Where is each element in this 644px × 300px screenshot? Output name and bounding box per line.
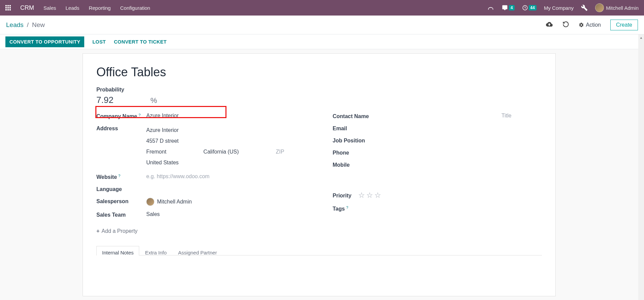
create-button[interactable]: Create bbox=[610, 20, 638, 30]
user-avatar-icon bbox=[595, 3, 604, 12]
activities-badge: 44 bbox=[529, 5, 536, 10]
gear-icon bbox=[579, 22, 584, 28]
form-col-right: Contact Name Title Email Job Position Ph… bbox=[333, 110, 542, 234]
help-icon[interactable]: ? bbox=[118, 174, 120, 178]
vertical-scrollbar[interactable]: ▲ bbox=[638, 34, 644, 300]
messages-badge: 4 bbox=[509, 5, 515, 10]
breadcrumb-sep: / bbox=[27, 21, 29, 29]
row-tags: Tags ? bbox=[333, 202, 542, 215]
nav-configuration[interactable]: Configuration bbox=[120, 5, 150, 11]
label-website: Website ? bbox=[96, 173, 146, 180]
row-salesteam: Sales Team Sales bbox=[96, 209, 306, 221]
value-title[interactable]: Title bbox=[501, 113, 542, 119]
row-contact-name: Contact Name Title bbox=[333, 110, 542, 122]
tab-extra-info[interactable]: Extra Info bbox=[139, 246, 172, 255]
row-phone: Phone bbox=[333, 146, 542, 159]
form-col-left: Company Name ? Azure Interior Address Az… bbox=[96, 110, 306, 234]
form-grid: Company Name ? Azure Interior Address Az… bbox=[96, 110, 542, 234]
tab-assigned-partner[interactable]: Assigned Partner bbox=[173, 246, 223, 255]
star-icon[interactable]: ☆ bbox=[358, 191, 365, 200]
address-line1[interactable]: Azure Interior bbox=[146, 125, 306, 136]
nav-leads[interactable]: Leads bbox=[66, 5, 80, 11]
navbar-left: CRM Sales Leads Reporting Configuration bbox=[5, 4, 150, 11]
label-salesperson: Salesperson bbox=[96, 198, 146, 204]
nav-sales[interactable]: Sales bbox=[43, 5, 56, 11]
address-zip[interactable]: ZIP bbox=[276, 149, 284, 155]
app-brand[interactable]: CRM bbox=[20, 4, 34, 11]
cloud-save-icon[interactable] bbox=[546, 21, 553, 29]
action-menu[interactable]: Action bbox=[579, 22, 601, 28]
address-country[interactable]: United States bbox=[146, 157, 306, 168]
label-language: Language bbox=[96, 186, 146, 192]
value-website[interactable]: e.g. https://www.odoo.com bbox=[146, 173, 306, 180]
phone-icon[interactable] bbox=[487, 5, 494, 11]
value-address: Azure Interior 4557 D street Fremont Cal… bbox=[146, 125, 306, 168]
row-salesperson: Salesperson Mitchell Admin bbox=[96, 195, 306, 209]
status-bar: CONVERT TO OPPORTUNITY LOST CONVERT TO T… bbox=[0, 34, 644, 49]
record-title[interactable]: Office Tables bbox=[96, 65, 542, 79]
apps-icon[interactable] bbox=[5, 5, 11, 10]
form-content: Office Tables Probability 7.92 % Company… bbox=[0, 49, 638, 300]
navbar-right: 4 44 My Company Mitchell Admin bbox=[487, 3, 639, 12]
row-priority: Priority ☆ ☆ ☆ bbox=[333, 188, 542, 202]
convert-to-ticket-button[interactable]: CONVERT TO TICKET bbox=[114, 39, 166, 45]
probability-label: Probability bbox=[96, 87, 542, 93]
nav-reporting[interactable]: Reporting bbox=[89, 5, 111, 11]
debug-icon[interactable] bbox=[581, 4, 588, 11]
address-city[interactable]: Fremont bbox=[146, 149, 166, 155]
label-salesteam: Sales Team bbox=[96, 211, 146, 218]
address-city-row: Fremont California (US) ZIP bbox=[146, 146, 306, 157]
label-address: Address bbox=[96, 125, 146, 132]
value-salesperson[interactable]: Mitchell Admin bbox=[146, 198, 306, 206]
label-job-position: Job Position bbox=[333, 137, 397, 144]
label-email: Email bbox=[333, 125, 397, 132]
control-bar: Leads / New Action Create bbox=[0, 16, 644, 34]
form-sheet: Office Tables Probability 7.92 % Company… bbox=[83, 53, 556, 296]
star-icon[interactable]: ☆ bbox=[374, 191, 381, 200]
probability-row: 7.92 % bbox=[96, 95, 542, 105]
salesperson-name: Mitchell Admin bbox=[157, 199, 192, 205]
row-language: Language bbox=[96, 183, 306, 195]
breadcrumb: Leads / New bbox=[6, 21, 45, 29]
top-navbar: CRM Sales Leads Reporting Configuration … bbox=[0, 0, 644, 16]
messages-icon[interactable]: 4 bbox=[501, 5, 515, 11]
action-label: Action bbox=[586, 22, 601, 28]
row-website: Website ? e.g. https://www.odoo.com bbox=[96, 171, 306, 183]
scroll-up-icon[interactable]: ▲ bbox=[638, 34, 644, 40]
help-icon[interactable]: ? bbox=[346, 206, 348, 210]
salesperson-avatar-icon bbox=[146, 198, 154, 206]
row-job-position: Job Position bbox=[333, 134, 542, 146]
address-line2[interactable]: 4557 D street bbox=[146, 136, 306, 146]
breadcrumb-current: New bbox=[32, 21, 45, 29]
row-email: Email bbox=[333, 122, 542, 134]
control-actions: Action Create bbox=[546, 20, 638, 30]
star-icon[interactable]: ☆ bbox=[366, 191, 373, 200]
value-salesteam[interactable]: Sales bbox=[146, 211, 306, 217]
label-mobile: Mobile bbox=[333, 161, 397, 168]
priority-stars: ☆ ☆ ☆ bbox=[358, 191, 381, 200]
breadcrumb-leads[interactable]: Leads bbox=[6, 21, 24, 29]
row-address: Address Azure Interior 4557 D street Fre… bbox=[96, 122, 306, 171]
row-company-name: Company Name ? Azure Interior bbox=[96, 110, 306, 122]
label-contact-name: Contact Name bbox=[333, 113, 397, 119]
label-priority: Priority bbox=[333, 192, 358, 199]
address-state[interactable]: California (US) bbox=[204, 149, 239, 155]
add-property-label: Add a Property bbox=[101, 228, 137, 234]
notebook-tabs: Internal Notes Extra Info Assigned Partn… bbox=[96, 246, 542, 255]
activities-icon[interactable]: 44 bbox=[522, 5, 536, 11]
discard-icon[interactable] bbox=[562, 21, 569, 29]
label-tags: Tags ? bbox=[333, 205, 358, 212]
probability-value[interactable]: 7.92 bbox=[96, 95, 114, 105]
tab-internal-notes[interactable]: Internal Notes bbox=[96, 246, 139, 255]
company-switcher[interactable]: My Company bbox=[544, 5, 574, 11]
user-name: Mitchell Admin bbox=[606, 5, 639, 11]
help-icon[interactable]: ? bbox=[139, 113, 141, 117]
label-company-name: Company Name ? bbox=[96, 113, 146, 119]
convert-to-opportunity-button[interactable]: CONVERT TO OPPORTUNITY bbox=[5, 36, 84, 47]
label-phone: Phone bbox=[333, 149, 397, 156]
add-property-button[interactable]: + Add a Property bbox=[96, 228, 306, 234]
lost-button[interactable]: LOST bbox=[92, 39, 106, 45]
plus-icon: + bbox=[96, 228, 99, 234]
user-menu[interactable]: Mitchell Admin bbox=[595, 3, 639, 12]
value-company-name[interactable]: Azure Interior bbox=[146, 113, 306, 119]
